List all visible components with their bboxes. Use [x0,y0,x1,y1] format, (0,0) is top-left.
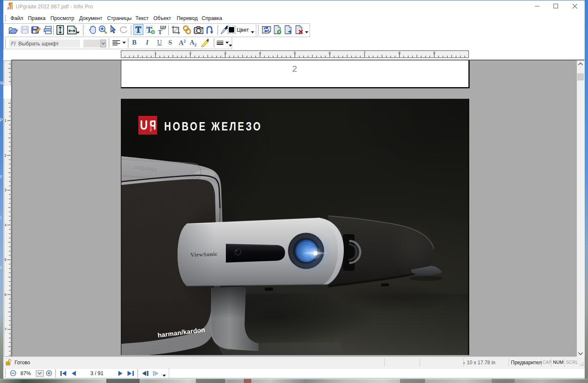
svg-text:T: T [158,29,162,35]
svg-text:6: 6 [329,51,331,55]
svg-text:2: 2 [189,51,191,55]
svg-text:UPGRADE: UPGRADE [150,120,152,132]
svg-text:5: 5 [5,258,7,262]
svg-text:3: 3 [5,188,7,192]
svg-text:1: 1 [5,118,7,123]
svg-text:1: 1 [155,51,157,55]
svg-text:U: U [140,118,148,132]
svg-text:5: 5 [294,51,296,55]
svg-text:ViewSonic: ViewSonic [190,251,218,258]
svg-text:T: T [147,25,152,34]
svg-text:9: 9 [433,51,435,55]
svg-text:4: 4 [259,51,261,55]
svg-text:7: 7 [363,51,365,55]
svg-text:3: 3 [224,51,226,55]
svg-text:НОВОЕ ЖЕЛЕЗО: НОВОЕ ЖЕЛЕЗО [164,119,262,133]
svg-text:4: 4 [5,223,7,227]
svg-text:7: 7 [5,327,7,331]
svg-text:8: 8 [398,51,400,55]
svg-text:i: i [8,5,9,10]
svg-text:2: 2 [5,153,7,158]
svg-text:T: T [135,25,141,34]
svg-text:6: 6 [5,293,7,297]
svg-text:123: 123 [160,25,166,29]
